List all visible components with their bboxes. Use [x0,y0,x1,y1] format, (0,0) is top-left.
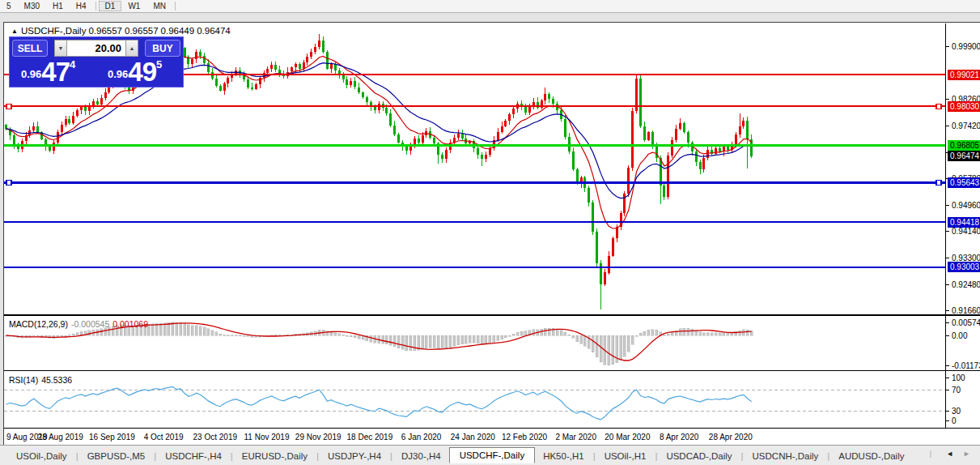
timeframe-button-h1[interactable]: H1 [46,1,70,11]
date-axis-label: 20 Mar 2020 [605,433,650,442]
macd-main-value: -0.000545 [71,319,109,329]
chart-tab-hk50-h1[interactable]: HK50-,H1 [535,449,592,463]
axis-tick [946,99,949,100]
hline-price-label: 0.99021 [948,70,980,80]
rsi-axis-label: 70 [952,385,961,395]
volume-decrease-button[interactable]: ▼ [54,40,67,57]
chart-tab-usdcad-daily[interactable]: USDCAD-,Daily [658,449,740,463]
sell-price-quote[interactable]: 0.96474 [10,57,96,87]
price-axis-label: 0.94140 [952,226,980,237]
volume-increase-button[interactable]: ▲ [125,40,138,57]
tab-separator: | [930,450,931,458]
axis-tick [946,420,949,421]
price-axis-label: 0.91660 [952,305,980,316]
ohlc-low: 0.96449 [161,26,195,36]
current-price-label: 0.96474 [948,151,980,161]
date-axis-label: 8 Apr 2020 [660,433,698,442]
price-axis-label: 0.94960 [952,200,980,211]
buy-price-big: 49 [128,57,156,87]
axis-tick [946,205,949,206]
chart-title: ▲USDCHF-,Daily0.965570.965570.964490.964… [11,26,233,36]
rsi-label: RSI(14)45.5336 [9,375,72,385]
sell-price-big: 47 [41,57,70,87]
date-axis-label: 28 Apr 2020 [709,433,753,442]
timeframe-button-d1[interactable]: D1 [99,1,122,11]
date-axis-label: 12 Feb 2020 [502,433,547,442]
axis-tick [946,310,949,311]
chart-tab-usoil-daily[interactable]: USOil-,Daily [8,449,75,463]
timeframe-button-h4[interactable]: H4 [70,1,93,11]
axis-tick [946,411,949,412]
chart-tab-usdcnh-daily[interactable]: USDCNH-,Daily [745,449,827,463]
macd-label: MACD(12,26,9)-0.0005450.001069 [9,319,148,329]
chart-tab-usoil-h1[interactable]: USOil-,H1 [596,449,655,463]
tab-scroll-left-icon[interactable]: ◄ [946,450,953,458]
price-axis-label: 0.92480 [952,279,980,290]
timeframe-button-w1[interactable]: W1 [121,1,146,11]
date-axis-label: 24 Jan 2020 [451,433,495,442]
chart-tab-dj30-h4[interactable]: DJ30-,H4 [393,449,449,463]
chart-tabs-bar: USOil-,Daily|GBPUSD-,M5|USDCHF-,H4|EURUS… [0,445,980,465]
rsi-axis-label: 100 [952,373,965,383]
price-axis-label: 0.99900 [952,41,980,52]
timeframe-button-mn[interactable]: MN [146,1,172,11]
date-axis-label: 18 Dec 2019 [347,433,393,442]
hline-price-label: 0.93003 [948,262,980,272]
timeframe-button-m30[interactable]: M30 [18,1,46,11]
ohlc-open: 0.96557 [88,26,122,36]
volume-input[interactable] [67,40,125,57]
pane-separator [4,428,980,429]
toolbar-divider [175,2,176,11]
buy-price-quote[interactable]: 0.96495 [96,57,183,87]
date-axis-label: 28 Aug 2019 [38,433,83,442]
rsi-value: 45.5336 [41,375,72,385]
rsi-name: RSI(14) [9,375,38,385]
axis-tick [946,390,949,390]
axis-tick [946,46,949,47]
buy-button[interactable]: BUY [145,40,180,57]
date-axis-label: 4 Oct 2019 [144,433,184,442]
macd-axis-label: 0.00 [952,331,967,341]
date-axis-label: 16 Sep 2019 [89,433,135,442]
sell-button[interactable]: SELL [12,40,48,57]
tab-scroll-right-icon[interactable]: ► [963,450,970,458]
mt4-terminal: { "toolbar": { "timeframes": ["5", "M30"… [0,0,980,465]
chart-symbol-label: USDCHF-,Daily [21,26,87,36]
tab-scroll-arrows: | ◄ ► [929,450,975,458]
buy-price-sup: 5 [156,58,162,70]
timeframe-button-5[interactable]: 5 [0,1,18,11]
axis-tick [946,322,949,323]
rsi-axis-label: 0 [952,416,957,426]
tab-separator: | [316,451,319,461]
chart-tab-audusd-daily[interactable]: AUDUSD-,Daily [830,449,912,463]
macd-axis-label: 0.005744 [952,318,980,328]
tab-separator: | [154,451,156,461]
date-axis-label: 2 Mar 2020 [555,433,596,442]
macd-name: MACD(12,26,9) [9,319,68,329]
chart-window: ▲USDCHF-,Daily0.965570.965570.964490.964… [3,22,980,446]
chart-tab-usdchf-h4[interactable]: USDCHF-,H4 [157,449,230,463]
date-axis-label: 23 Oct 2019 [193,433,237,442]
hline-price-label: 0.94418 [948,217,980,228]
axis-tick [946,284,949,285]
pane-separator[interactable] [4,314,980,316]
pane-separator[interactable] [4,370,980,371]
tab-separator: | [593,451,596,461]
date-axis-label: 6 Jan 2020 [401,433,442,442]
axis-tick [946,126,949,126]
collapse-panel-icon[interactable]: ▲ [11,28,18,35]
rsi-pane[interactable] [4,372,945,428]
date-axis[interactable]: 9 Aug 201928 Aug 201916 Sep 20194 Oct 20… [5,429,945,445]
chart-tab-eurusd-daily[interactable]: EURUSD-,Daily [234,449,316,463]
toolbar-divider [95,2,96,11]
chart-tab-usdchf-daily[interactable]: USDCHF-,Daily [449,447,536,463]
price-axis: 0.999000.982600.974200.966000.957800.949… [946,23,980,429]
tab-separator: | [655,451,657,461]
chart-tab-usdjpy-h4[interactable]: USDJPY-,H4 [320,449,389,463]
axis-tick [946,365,949,366]
axis-tick [946,231,949,232]
hline-price-label: 0.98030 [948,101,980,112]
date-axis-label: 29 Nov 2019 [295,433,342,442]
macd-axis-label: -0.011738 [952,360,980,371]
chart-tab-gbpusd-m5[interactable]: GBPUSD-,M5 [79,449,154,463]
